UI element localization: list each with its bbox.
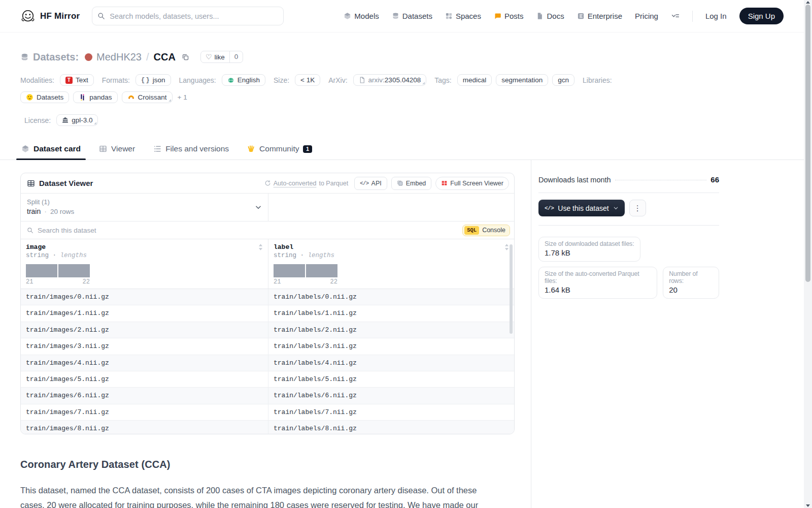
fullscreen-viewer-button[interactable]: Full Screen Viewer — [435, 177, 509, 190]
split-selector[interactable]: Split (1) train · 20 rows — [21, 194, 268, 221]
cell-label[interactable]: train/labels/1.nii.gz — [268, 305, 514, 321]
cell-image[interactable]: train/images/8.nii.gz — [21, 421, 268, 434]
cell-label[interactable]: train/labels/7.nii.gz — [268, 404, 514, 420]
arxiv-pill[interactable]: arxiv:2305.04208 — [353, 74, 427, 86]
sql-console-button[interactable]: SQL Console — [462, 225, 510, 236]
auto-converted-link[interactable]: Auto-converted — [274, 180, 317, 187]
dataset-search[interactable]: Search this dataset — [27, 227, 462, 234]
cell-label[interactable]: train/labels/4.nii.gz — [268, 355, 514, 371]
embed-button[interactable]: Embed — [391, 177, 432, 190]
cell-image[interactable]: train/images/6.nii.gz — [21, 388, 268, 403]
sort-icon[interactable] — [258, 244, 263, 250]
to-parquet-label: to Parquet — [319, 180, 348, 187]
use-dataset-button[interactable]: </> Use this dataset — [538, 200, 625, 216]
copy-icon[interactable] — [182, 53, 189, 61]
search-input[interactable] — [92, 7, 284, 25]
doc-icon — [536, 12, 544, 20]
format-pill-json[interactable]: { } json — [136, 74, 171, 86]
arxiv-label: ArXiv: — [328, 76, 347, 84]
table-row[interactable]: train/images/7.nii.gztrain/labels/7.nii.… — [21, 404, 514, 421]
table-row[interactable]: train/images/2.nii.gztrain/labels/2.nii.… — [21, 322, 514, 338]
nav-item-docs[interactable]: Docs — [536, 12, 564, 20]
tag-pill-gcn[interactable]: gcn — [552, 74, 574, 86]
scroll-up-arrow[interactable] — [806, 1, 810, 4]
table-body: train/images/0.nii.gztrain/labels/0.nii.… — [21, 289, 514, 434]
readme-heading: Coronary Artery Dataset (CCA) — [20, 459, 515, 470]
table-row[interactable]: train/images/0.nii.gztrain/labels/0.nii.… — [21, 289, 514, 305]
more-libraries[interactable]: + 1 — [178, 93, 187, 101]
library-pill-datasets[interactable]: Datasets — [20, 91, 69, 103]
cell-image[interactable]: train/images/3.nii.gz — [21, 338, 268, 354]
modality-pill-text[interactable]: T Text — [60, 74, 94, 86]
search-icon — [27, 227, 33, 234]
tab-community[interactable]: Community1 — [246, 139, 313, 160]
more-menu-icon[interactable] — [671, 12, 680, 20]
cell-label[interactable]: train/labels/6.nii.gz — [268, 388, 514, 403]
cell-label[interactable]: train/labels/5.nii.gz — [268, 371, 514, 387]
dataset-name[interactable]: CCA — [154, 51, 176, 63]
sort-icon[interactable] — [504, 244, 509, 250]
language-pill-english[interactable]: English — [222, 74, 265, 86]
page-scrollbar[interactable] — [804, 0, 812, 508]
nav-item-spaces[interactable]: Spaces — [445, 12, 481, 20]
library-pill-pandas[interactable]: pandas — [73, 91, 117, 103]
chevron-down-icon — [255, 204, 262, 211]
license-label: License: — [24, 116, 51, 124]
table-row[interactable]: train/images/6.nii.gztrain/labels/6.nii.… — [21, 388, 514, 404]
cell-image[interactable]: train/images/4.nii.gz — [21, 355, 268, 371]
nav-item-datasets[interactable]: Datasets — [392, 12, 432, 20]
cell-label[interactable]: train/labels/0.nii.gz — [268, 289, 514, 305]
page-scrollbar-thumb[interactable] — [805, 5, 810, 282]
cell-label[interactable]: train/labels/3.nii.gz — [268, 338, 514, 354]
histogram-bar[interactable] — [26, 264, 57, 277]
histogram-bar[interactable] — [274, 264, 305, 277]
signup-button[interactable]: Sign Up — [739, 8, 784, 24]
cell-image[interactable]: train/images/1.nii.gz — [21, 305, 268, 321]
table-row[interactable]: train/images/8.nii.gztrain/labels/8.nii.… — [21, 421, 514, 434]
library-pill-croissant[interactable]: Croissant — [122, 91, 173, 103]
owner-link[interactable]: MedHK23 — [96, 51, 142, 63]
cell-image[interactable]: train/images/7.nii.gz — [21, 404, 268, 420]
size-pill[interactable]: < 1K — [295, 74, 320, 86]
like-count[interactable]: 0 — [229, 51, 243, 62]
downloads-label: Downloads last month — [538, 176, 611, 184]
table-row[interactable]: train/images/5.nii.gztrain/labels/5.nii.… — [21, 371, 514, 388]
table-row[interactable]: train/images/1.nii.gztrain/labels/1.nii.… — [21, 305, 514, 322]
nav-item-posts[interactable]: Posts — [494, 12, 524, 20]
login-link[interactable]: Log In — [705, 12, 727, 20]
hf-logo-icon — [20, 9, 36, 24]
table-scrollbar-thumb[interactable] — [510, 244, 513, 334]
cell-image[interactable]: train/images/5.nii.gz — [21, 371, 268, 387]
histogram-labels: 2122 — [26, 278, 90, 285]
histogram-bar[interactable] — [306, 264, 337, 277]
formats-label: Formats: — [102, 76, 130, 84]
cell-label[interactable]: train/labels/2.nii.gz — [268, 322, 514, 338]
readme-paragraph: This dataset, named the CCA dataset, con… — [20, 483, 487, 508]
like-button[interactable]: ♡like 0 — [200, 51, 243, 63]
tag-pill-segmentation[interactable]: segmentation — [496, 74, 548, 86]
landmark-icon — [62, 117, 69, 123]
license-pill[interactable]: gpl-3.0 — [56, 114, 98, 126]
cell-label[interactable]: train/labels/8.nii.gz — [268, 421, 514, 434]
nav-item-enterprise[interactable]: Enterprise — [577, 12, 622, 20]
table-row[interactable]: train/images/4.nii.gztrain/labels/4.nii.… — [21, 355, 514, 371]
owner-avatar[interactable] — [85, 53, 92, 61]
cube-icon — [21, 145, 29, 153]
api-button[interactable]: </> API — [354, 177, 387, 190]
length-histogram — [26, 264, 263, 277]
tag-pill-medical[interactable]: medical — [457, 74, 492, 86]
nav-item-pricing[interactable]: Pricing — [635, 12, 658, 20]
tab-dataset-card[interactable]: Dataset card — [20, 139, 82, 160]
histogram-bar[interactable] — [58, 264, 90, 277]
brand[interactable]: HF Mirror — [20, 9, 80, 24]
cell-image[interactable]: train/images/0.nii.gz — [21, 289, 268, 305]
nav-item-models[interactable]: Models — [344, 12, 379, 20]
section-label: Datasets: — [33, 51, 79, 63]
tab-files-and-versions[interactable]: Files and versions — [152, 139, 230, 160]
tab-viewer[interactable]: Viewer — [98, 139, 136, 160]
scroll-down-arrow[interactable] — [806, 504, 810, 507]
nav-item-label: Datasets — [402, 12, 432, 20]
cell-image[interactable]: train/images/2.nii.gz — [21, 322, 268, 338]
table-row[interactable]: train/images/3.nii.gztrain/labels/3.nii.… — [21, 338, 514, 355]
kebab-menu-button[interactable]: ⋮ — [629, 200, 646, 216]
